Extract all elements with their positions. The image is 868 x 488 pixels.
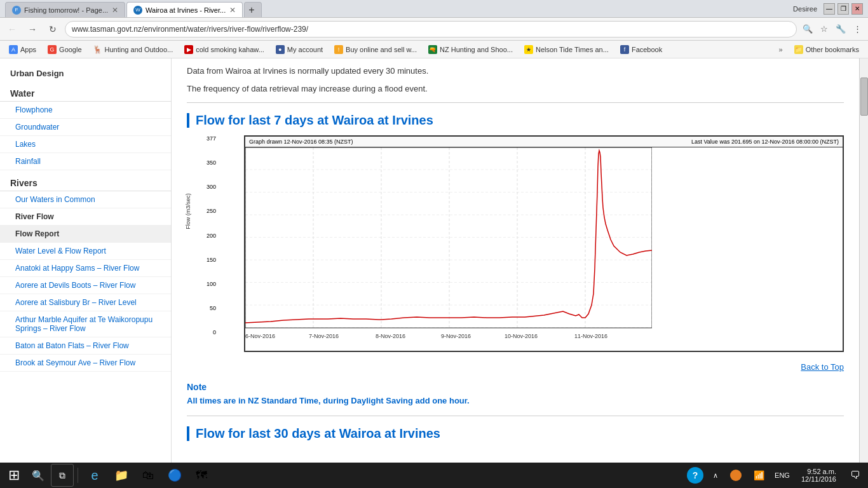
bookmarks-more-button[interactable]: » (775, 44, 787, 55)
bookmark-hunting[interactable]: 🦌 Hunting and Outdoo... (88, 44, 179, 55)
search-icon[interactable]: 🔍 (801, 22, 815, 36)
taskbar-explorer[interactable]: 📁 (109, 464, 134, 487)
toolbar-icons: 🔍 ☆ 🔧 ⋮ (801, 22, 864, 36)
tab-new[interactable]: + (244, 2, 262, 17)
bookmark-nzhunting[interactable]: 🔫 NZ Hunting and Shoo... (423, 44, 518, 55)
user-name-label: Desiree (793, 5, 817, 13)
wifi-icon[interactable]: 📶 (751, 469, 767, 482)
bookmark-nzhunting-icon: 🔫 (428, 45, 437, 54)
bookmark-myaccount[interactable]: ● My account (271, 44, 328, 55)
notifications-button[interactable]: 🗨 (845, 464, 865, 487)
bookmarks-bar: A Apps G Google 🦌 Hunting and Outdoo... … (0, 41, 868, 58)
info-line1: Data from Wairoa at Irvines is normally … (187, 65, 844, 78)
bookmark-other[interactable]: 📁 Other bookmarks (789, 44, 864, 55)
note-text: All times are in NZ Standard Time, durin… (187, 396, 844, 405)
bookmark-facebook[interactable]: f Facebook (615, 44, 667, 55)
tab-close-wairoa[interactable]: ✕ (229, 6, 236, 15)
bookmark-smoking[interactable]: ▶ cold smoking kahaw... (179, 44, 269, 55)
bookmark-google-label: Google (59, 46, 81, 53)
bookmark-other-label: Other bookmarks (806, 46, 859, 53)
back-to-top-link[interactable]: Back to Top (801, 362, 844, 372)
scrollbar-track[interactable] (859, 58, 868, 463)
taskbar-maps[interactable]: 🗺 (189, 464, 214, 487)
svg-text:7-Nov-2016: 7-Nov-2016 (309, 333, 339, 339)
chart7-container: Flow (m3/sec) 377 350 300 250 200 150 10… (187, 135, 844, 352)
taskbar: ⊞ 🔍 ⧉ e 📁 🛍 🔵 🗺 ? ∧ 📶 ENG 9:52 a.m. 12/1… (0, 463, 868, 488)
sidebar-item-river-flow[interactable]: River Flow (0, 208, 171, 226)
minimize-button[interactable]: — (824, 3, 835, 15)
sidebar-item-aorere-devils[interactable]: Aorere at Devils Boots – River Flow (0, 277, 171, 294)
clock[interactable]: 9:52 a.m. 12/11/2016 (797, 466, 840, 484)
scrollbar-thumb[interactable] (860, 78, 868, 116)
sidebar: Urban Design Water Flowphone Groundwater… (0, 58, 172, 463)
chart7-wrapper: Graph drawn 12-Nov-2016 08:35 (NZST) Las… (244, 135, 844, 352)
svg-text:11-Nov-2016: 11-Nov-2016 (574, 333, 607, 339)
forward-button[interactable]: → (24, 21, 41, 37)
sidebar-item-lakes[interactable]: Lakes (0, 136, 171, 153)
address-bar: ← → ↻ 🔍 ☆ 🔧 ⋮ (0, 18, 868, 41)
taskbar-edge[interactable]: e (82, 464, 107, 487)
sidebar-item-aorere-salisbury[interactable]: Aorere at Salisbury Br – River Level (0, 294, 171, 311)
url-input[interactable] (65, 21, 797, 37)
back-button[interactable]: ← (4, 21, 20, 37)
chart-header-bar: Graph drawn 12-Nov-2016 08:35 (NZST) Las… (245, 137, 843, 147)
search-taskbar-button[interactable]: 🔍 (27, 464, 50, 487)
taskbar-right: ? ∧ 📶 ENG 9:52 a.m. 12/11/2016 🗨 (685, 464, 865, 487)
sidebar-item-flowphone[interactable]: Flowphone (0, 102, 171, 119)
bookmark-smoking-icon: ▶ (184, 45, 193, 54)
bookmark-nelson[interactable]: ★ Nelson Tide Times an... (519, 44, 614, 55)
taskbar-store[interactable]: 🛍 (135, 464, 161, 487)
bookmark-buyonline-label: Buy online and sell w... (346, 46, 417, 53)
bookmark-hunting-icon: 🦌 (93, 45, 102, 54)
task-view-button[interactable]: ⧉ (51, 464, 74, 487)
sidebar-rivers-category: Rivers (0, 173, 171, 191)
sidebar-item-flow-report[interactable]: Flow Report (0, 226, 171, 243)
bookmark-smoking-label: cold smoking kahaw... (196, 46, 264, 53)
lang-label: ENG (772, 470, 792, 480)
sidebar-item-groundwater[interactable]: Groundwater (0, 119, 171, 136)
taskbar-chevron[interactable]: ∧ (710, 470, 721, 481)
start-button[interactable]: ⊞ (3, 464, 25, 487)
tab-label-wairoa: Wairoa at Irvines - River... (146, 6, 226, 14)
orange-indicator[interactable] (726, 464, 746, 487)
sidebar-item-our-waters[interactable]: Our Waters in Common (0, 191, 171, 208)
chart30-title: Flow for last 30 days at Wairoa at Irvin… (187, 426, 844, 441)
taskbar-chrome[interactable]: 🔵 (162, 464, 187, 487)
sidebar-item-water-level[interactable]: Water Level & Flow Report (0, 243, 171, 260)
time-display: 9:52 a.m. (801, 468, 836, 475)
tab-close-fishing[interactable]: ✕ (112, 6, 118, 15)
date-display: 12/11/2016 (801, 475, 836, 483)
bookmark-myaccount-icon: ● (276, 45, 285, 54)
tab-favicon-fishing: F (12, 6, 21, 15)
back-to-top: Back to Top (187, 362, 844, 372)
bookmark-myaccount-label: My account (287, 46, 323, 53)
tab-wairoa[interactable]: W Wairoa at Irvines - River... ✕ (126, 2, 243, 17)
sidebar-item-anatoki[interactable]: Anatoki at Happy Sams – River Flow (0, 260, 171, 277)
menu-icon[interactable]: ⋮ (850, 22, 864, 36)
bookmark-facebook-label: Facebook (632, 46, 662, 53)
bookmark-buyonline[interactable]: ! Buy online and sell w... (329, 44, 422, 55)
bookmark-google[interactable]: G Google (43, 44, 86, 55)
orange-circle-icon (730, 470, 742, 481)
help-button[interactable]: ? (685, 464, 705, 487)
bookmark-star-icon[interactable]: ☆ (817, 22, 831, 36)
bookmark-apps[interactable]: A Apps (4, 44, 41, 55)
close-button[interactable]: ✕ (851, 3, 863, 15)
tab-fishing[interactable]: F Fishing tomorrow! - Page... ✕ (5, 2, 125, 17)
bottom-divider (187, 416, 844, 416)
chart7-title: Flow for last 7 days at Wairoa at Irvine… (187, 113, 844, 128)
svg-text:6-Nov-2016: 6-Nov-2016 (245, 333, 275, 339)
svg-rect-1 (245, 147, 652, 328)
sidebar-item-arthur-marble[interactable]: Arthur Marble Aquifer at Te Waikoropupu … (0, 311, 171, 337)
sidebar-item-brook[interactable]: Brook at Seymour Ave – River Flow (0, 355, 171, 372)
sidebar-item-baton[interactable]: Baton at Baton Flats – River Flow (0, 337, 171, 355)
main-layout: Urban Design Water Flowphone Groundwater… (0, 58, 868, 463)
note-section: Note All times are in NZ Standard Time, … (187, 382, 844, 405)
reload-button[interactable]: ↻ (44, 21, 61, 37)
browser-tabs: F Fishing tomorrow! - Page... ✕ W Wairoa… (5, 0, 263, 17)
extension-icon[interactable]: 🔧 (834, 22, 848, 36)
sidebar-urban-design: Urban Design (0, 64, 171, 81)
maximize-button[interactable]: ❒ (837, 3, 849, 15)
sidebar-item-rainfall[interactable]: Rainfall (0, 153, 171, 170)
tab-favicon-wairoa: W (133, 6, 142, 15)
